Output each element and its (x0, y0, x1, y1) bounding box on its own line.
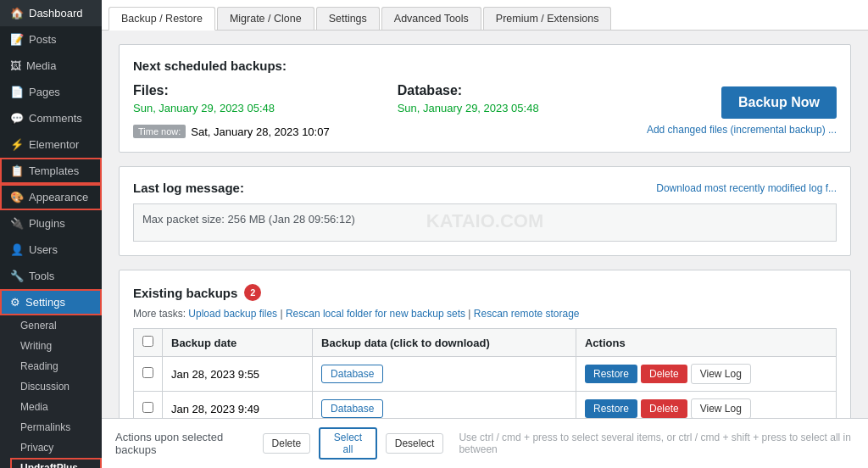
posts-icon: 📝 (10, 33, 24, 46)
table-header-row: Backup date Backup data (click to downlo… (134, 329, 837, 357)
log-title: Last log message: (133, 181, 244, 195)
sidebar-sub-media[interactable]: Media (10, 397, 102, 417)
scheduled-title: Next scheduled backups: (133, 58, 837, 73)
backup-row: Files: Sun, January 29, 2023 05:48 Time … (133, 83, 837, 138)
row2-database-button[interactable]: Database (321, 399, 383, 418)
last-log-card: Last log message: Download most recently… (119, 166, 851, 256)
settings-icon: ⚙ (10, 296, 20, 309)
log-header: Last log message: Download most recently… (133, 181, 837, 195)
database-section: Database: Sun, January 29, 2023 05:48 (398, 83, 539, 114)
sidebar-sub-permalinks[interactable]: Permalinks (10, 417, 102, 437)
existing-backups-card: Existing backups 2 More tasks: Upload ba… (119, 270, 851, 418)
select-all-button[interactable]: Select all (319, 427, 376, 460)
backup-info: Files: Sun, January 29, 2023 05:48 Time … (133, 83, 647, 138)
files-section: Files: Sun, January 29, 2023 05:48 Time … (133, 83, 330, 138)
sidebar-item-users[interactable]: 👤 Users (0, 237, 102, 263)
row1-restore-button[interactable]: Restore (585, 365, 637, 383)
tab-premium-extensions[interactable]: Premium / Extensions (483, 7, 612, 30)
row2-checkbox[interactable] (142, 402, 153, 413)
sidebar-item-media[interactable]: 🖼 Media (0, 53, 102, 79)
col-checkbox (134, 329, 163, 357)
tools-icon: 🔧 (10, 270, 24, 282)
sidebar-item-pages[interactable]: 📄 Pages (0, 79, 102, 105)
sidebar-sub-reading[interactable]: Reading (10, 356, 102, 376)
row2-actions: Restore Delete View Log (576, 392, 836, 419)
sidebar-item-dashboard[interactable]: 🏠 Dashboard (0, 0, 102, 26)
content-area: Next scheduled backups: Files: Sun, Janu… (102, 31, 868, 418)
settings-submenu: General Writing Reading Discussion Media… (0, 315, 102, 468)
download-log-link[interactable]: Download most recently modified log f... (656, 182, 837, 194)
main-content: Backup / Restore Migrate / Clone Setting… (102, 0, 868, 468)
comments-icon: 💬 (10, 112, 24, 125)
row2-restore-button[interactable]: Restore (585, 399, 637, 418)
sidebar-item-tools[interactable]: 🔧 Tools (0, 263, 102, 289)
sidebar-sub-writing[interactable]: Writing (10, 336, 102, 356)
sidebar-sub-privacy[interactable]: Privacy (10, 437, 102, 458)
dashboard-icon: 🏠 (10, 7, 24, 20)
sidebar-sub-general[interactable]: General (10, 315, 102, 336)
row2-date: Jan 28, 2023 9:49 (163, 392, 313, 419)
tab-backup-restore[interactable]: Backup / Restore (108, 7, 215, 31)
backups-badge: 2 (244, 284, 261, 301)
row2-checkbox-cell (134, 392, 163, 419)
row1-database-button[interactable]: Database (321, 365, 383, 383)
sidebar-item-comments[interactable]: 💬 Comments (0, 105, 102, 131)
tab-migrate-clone[interactable]: Migrate / Clone (217, 7, 314, 30)
tab-settings[interactable]: Settings (316, 7, 380, 30)
select-all-checkbox[interactable] (142, 336, 153, 347)
log-box: Max packet size: 256 MB (Jan 28 09:56:12… (133, 203, 837, 242)
sidebar-item-elementor[interactable]: ⚡ Elementor (0, 131, 102, 158)
row1-delete-button[interactable]: Delete (641, 365, 687, 383)
backup-now-area: Backup Now Add changed files (incrementa… (647, 86, 837, 136)
hint-text: Use ctrl / cmd + press to select several… (459, 432, 854, 455)
upload-backup-link[interactable]: Upload backup files (188, 308, 277, 320)
row1-checkbox[interactable] (142, 367, 153, 378)
sidebar-item-appearance[interactable]: 🎨 Appearance (0, 184, 102, 210)
sidebar-item-plugins[interactable]: 🔌 Plugins (0, 210, 102, 237)
database-date: Sun, January 29, 2023 05:48 (398, 102, 539, 114)
tab-bar: Backup / Restore Migrate / Clone Setting… (102, 0, 868, 31)
row1-viewlog-button[interactable]: View Log (691, 364, 751, 384)
files-label: Files: (133, 83, 330, 98)
scheduled-backups-card: Next scheduled backups: Files: Sun, Janu… (119, 44, 851, 153)
sidebar-item-posts[interactable]: 📝 Posts (0, 26, 102, 53)
log-message: Max packet size: 256 MB (Jan 28 09:56:12… (142, 213, 355, 226)
existing-backups-title: Existing backups 2 (133, 284, 837, 301)
rescan-local-link[interactable]: Rescan local folder for new backup sets (286, 308, 465, 320)
files-date: Sun, January 29, 2023 05:48 (133, 102, 330, 114)
database-label: Database: (398, 83, 539, 98)
sidebar-sub-discussion[interactable]: Discussion (10, 376, 102, 397)
col-actions: Actions (576, 329, 836, 357)
plugins-icon: 🔌 (10, 217, 24, 230)
col-backup-data: Backup data (click to download) (313, 329, 576, 357)
rescan-remote-link[interactable]: Rescan remote storage (474, 308, 580, 320)
time-now-value: Sat, January 28, 2023 10:07 (191, 125, 329, 138)
sidebar-sub-updraftplus[interactable]: UpdraftPlus Backups (10, 458, 102, 468)
row1-actions: Restore Delete View Log (576, 357, 836, 392)
table-row: Jan 28, 2023 9:49 Database Restore Delet… (134, 392, 837, 419)
media-icon: 🖼 (10, 59, 21, 72)
more-tasks-row: More tasks: Upload backup files | Rescan… (133, 308, 837, 320)
tab-advanced-tools[interactable]: Advanced Tools (381, 7, 481, 30)
row1-checkbox-cell (134, 357, 163, 392)
time-now-badge: Time now: (133, 125, 186, 138)
row1-date: Jan 28, 2023 9:55 (163, 357, 313, 392)
row2-delete-button[interactable]: Delete (641, 399, 687, 418)
bottom-bar: Actions upon selected backups Delete Sel… (102, 418, 868, 468)
backup-now-button[interactable]: Backup Now (721, 86, 837, 119)
row2-viewlog-button[interactable]: View Log (691, 398, 751, 418)
table-row: Jan 28, 2023 9:55 Database Restore Delet… (134, 357, 837, 392)
col-backup-date: Backup date (163, 329, 313, 357)
actions-label: Actions upon selected backups (115, 431, 254, 456)
sidebar-item-templates[interactable]: 📋 Templates (0, 158, 102, 184)
appearance-icon: 🎨 (10, 191, 24, 203)
users-icon: 👤 (10, 243, 24, 256)
bulk-delete-button[interactable]: Delete (263, 433, 311, 454)
row1-data: Database (313, 357, 576, 392)
time-now-row: Time now: Sat, January 28, 2023 10:07 (133, 125, 330, 138)
incremental-link[interactable]: Add changed files (incremental backup) .… (647, 124, 837, 136)
deselect-button[interactable]: Deselect (386, 433, 444, 454)
pages-icon: 📄 (10, 86, 24, 98)
elementor-icon: ⚡ (10, 138, 24, 151)
sidebar-item-settings[interactable]: ⚙ Settings (0, 289, 102, 315)
